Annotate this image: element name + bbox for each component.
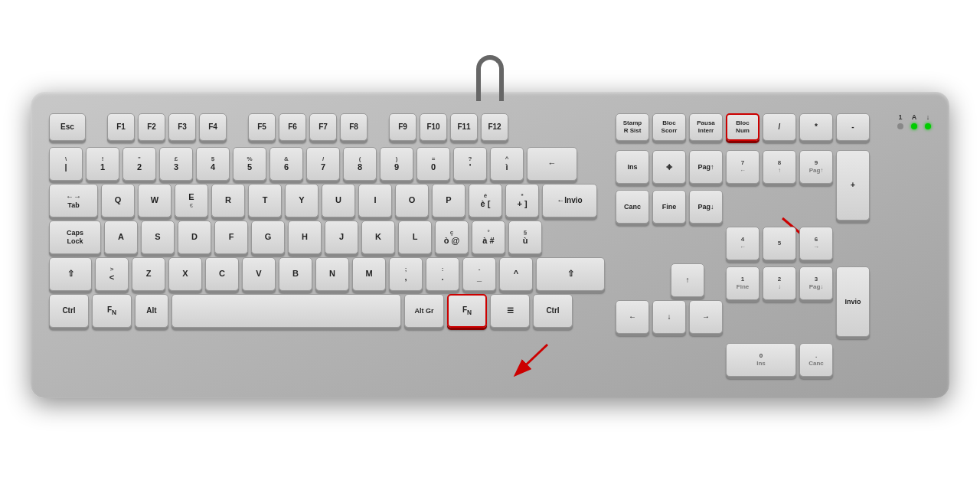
key-t[interactable]: T: [248, 184, 282, 217]
key-space[interactable]: [172, 294, 401, 328]
key-c-cedilla[interactable]: ç ò @: [435, 220, 469, 254]
key-f1[interactable]: F1: [107, 113, 135, 141]
key-section[interactable]: § ù: [508, 220, 542, 254]
key-backspace[interactable]: ←: [527, 147, 577, 181]
key-period[interactable]: : .: [426, 257, 459, 291]
key-1[interactable]: ! 1: [86, 147, 119, 181]
key-np-3[interactable]: 3 Pag↓: [799, 266, 833, 300]
key-np-5[interactable]: 5: [763, 227, 796, 260]
key-7[interactable]: / 7: [306, 147, 340, 181]
key-caret[interactable]: ^: [499, 257, 533, 291]
key-home[interactable]: ⌖: [652, 150, 686, 184]
key-accent[interactable]: ^ ì: [490, 147, 524, 181]
key-e[interactable]: E €: [175, 184, 208, 217]
key-5[interactable]: % 5: [233, 147, 266, 181]
key-pgdn[interactable]: Pag↓: [689, 190, 723, 224]
key-np-slash[interactable]: /: [763, 113, 796, 141]
key-h[interactable]: H: [288, 220, 322, 254]
key-np-plus[interactable]: +: [836, 150, 870, 220]
key-f9[interactable]: F9: [389, 113, 416, 141]
key-rctrl[interactable]: Ctrl: [533, 294, 573, 328]
key-a-grave[interactable]: ° à #: [472, 220, 505, 254]
key-f6[interactable]: F6: [279, 113, 306, 141]
key-np-dot[interactable]: . Canc: [799, 343, 833, 377]
key-comma[interactable]: ; ,: [389, 257, 423, 291]
key-f8[interactable]: F8: [340, 113, 368, 141]
key-u[interactable]: U: [322, 184, 355, 217]
key-lctrl[interactable]: Ctrl: [49, 294, 89, 328]
key-o[interactable]: O: [395, 184, 429, 217]
key-rshift[interactable]: ⇧: [536, 257, 605, 291]
key-a[interactable]: A: [104, 220, 138, 254]
key-f4[interactable]: F4: [199, 113, 227, 141]
key-f11[interactable]: F11: [450, 113, 478, 141]
key-n[interactable]: N: [315, 257, 349, 291]
key-tab[interactable]: ←→ Tab: [49, 184, 98, 217]
key-np-6[interactable]: 6 →: [799, 227, 833, 260]
key-2[interactable]: " 2: [122, 147, 156, 181]
key-f3[interactable]: F3: [168, 113, 196, 141]
key-z[interactable]: Z: [132, 257, 165, 291]
key-plus[interactable]: * + ]: [505, 184, 539, 217]
key-6[interactable]: & 6: [270, 147, 303, 181]
key-y[interactable]: Y: [285, 184, 318, 217]
key-pausa[interactable]: Pausa Interr: [689, 113, 723, 141]
key-d[interactable]: D: [178, 220, 211, 254]
key-m[interactable]: M: [352, 257, 386, 291]
key-np-1[interactable]: 1 Fine: [726, 266, 760, 300]
key-fn-highlighted[interactable]: FN: [447, 294, 487, 328]
key-np-star[interactable]: *: [799, 113, 833, 141]
key-f7[interactable]: F7: [309, 113, 337, 141]
key-r[interactable]: R: [211, 184, 245, 217]
key-f10[interactable]: F10: [420, 113, 447, 141]
key-g[interactable]: G: [251, 220, 285, 254]
key-stamp[interactable]: Stamp R Sist: [616, 113, 649, 141]
key-f12[interactable]: F12: [481, 113, 508, 141]
key-f2[interactable]: F2: [138, 113, 165, 141]
key-angle[interactable]: > <: [95, 257, 129, 291]
key-lshift[interactable]: ⇧: [49, 257, 92, 291]
key-i[interactable]: I: [358, 184, 392, 217]
key-4[interactable]: $ 4: [196, 147, 230, 181]
key-right[interactable]: →: [689, 300, 723, 334]
key-b[interactable]: B: [279, 257, 312, 291]
key-backslash[interactable]: \ |: [49, 147, 83, 181]
key-np-7[interactable]: 7 ←: [726, 150, 760, 184]
key-e-accent[interactable]: é è [: [469, 184, 502, 217]
key-np-4[interactable]: 4 ←: [726, 227, 760, 260]
key-canc[interactable]: Canc: [616, 190, 649, 224]
key-minus[interactable]: - _: [462, 257, 496, 291]
key-8[interactable]: ( 8: [343, 147, 377, 181]
key-altgr[interactable]: Alt Gr: [404, 294, 444, 328]
key-menu[interactable]: ☰: [490, 294, 530, 328]
key-c[interactable]: C: [205, 257, 239, 291]
key-9[interactable]: ) 9: [380, 147, 413, 181]
key-apostrophe[interactable]: ? ': [453, 147, 487, 181]
key-p[interactable]: P: [432, 184, 466, 217]
key-3[interactable]: £ 3: [159, 147, 193, 181]
key-x[interactable]: X: [168, 257, 202, 291]
key-v[interactable]: V: [242, 257, 276, 291]
key-np-9[interactable]: 9 Pag↑: [799, 150, 833, 184]
key-0[interactable]: = 0: [416, 147, 450, 181]
key-down[interactable]: ↓: [652, 300, 686, 334]
key-fn[interactable]: FN: [92, 294, 132, 328]
key-caps-lock[interactable]: Caps Lock: [49, 220, 101, 254]
key-np-8[interactable]: 8 ↑: [763, 150, 796, 184]
key-s[interactable]: S: [141, 220, 175, 254]
key-bloc-scorr[interactable]: Bloc Scorr: [652, 113, 686, 141]
key-f5[interactable]: F5: [248, 113, 276, 141]
key-left[interactable]: ←: [616, 300, 649, 334]
key-w[interactable]: W: [138, 184, 172, 217]
key-k[interactable]: K: [361, 220, 395, 254]
key-fine[interactable]: Fine: [652, 190, 686, 224]
key-np-minus[interactable]: -: [836, 113, 870, 141]
key-np-enter[interactable]: Invio: [836, 266, 870, 337]
key-ins[interactable]: Ins: [616, 150, 649, 184]
key-q[interactable]: Q: [101, 184, 135, 217]
key-l[interactable]: L: [398, 220, 432, 254]
key-bloc-num[interactable]: Bloc Num: [726, 113, 760, 141]
key-j[interactable]: J: [325, 220, 358, 254]
key-f[interactable]: F: [214, 220, 248, 254]
key-lalt[interactable]: Alt: [135, 294, 168, 328]
